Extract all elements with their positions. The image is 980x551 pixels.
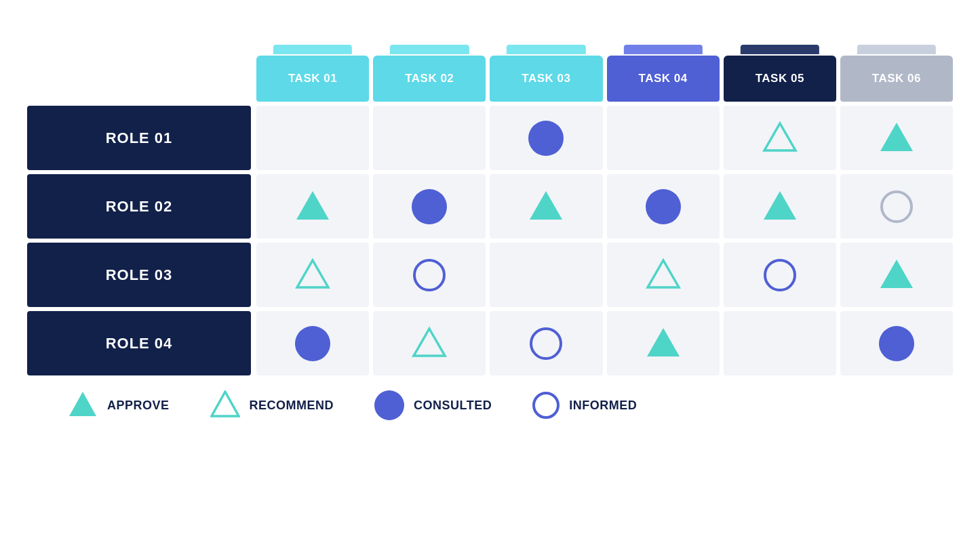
matrix-cell: [490, 106, 602, 170]
matrix-cell: [490, 174, 602, 239]
svg-marker-0: [764, 123, 796, 150]
task-header-fold: [741, 45, 819, 54]
informed-symbol: [413, 259, 446, 291]
matrix-cell: [607, 106, 720, 170]
svg-marker-11: [212, 392, 239, 416]
role-label: ROLE 01: [106, 129, 173, 147]
approve-symbol: [879, 258, 914, 292]
recommend-legend-icon: [210, 390, 240, 420]
task-header-task-03: TASK 03: [490, 45, 602, 102]
task-header-fold: [507, 45, 585, 54]
task-label: TASK 05: [756, 72, 804, 85]
matrix-cell: [724, 311, 836, 375]
task-label: TASK 04: [639, 72, 688, 85]
matrix-cell: [256, 106, 369, 170]
matrix-cell: [724, 243, 836, 307]
grid-row-3: [256, 243, 953, 307]
legend-label-consulted: CONSULTED: [414, 399, 492, 413]
svg-marker-2: [296, 191, 329, 220]
consulted-symbol: [646, 189, 681, 224]
approve-symbol: [646, 327, 681, 361]
recommend-symbol: [412, 327, 447, 361]
grid-row-2: [256, 174, 953, 239]
approve-legend-icon: [68, 390, 98, 420]
role-label: ROLE 03: [106, 266, 173, 284]
matrix-cell: [840, 106, 953, 170]
task-header-body: TASK 04: [607, 56, 720, 102]
svg-marker-10: [69, 392, 96, 416]
approve-symbol: [295, 190, 330, 224]
legend-item-consulted: CONSULTED: [374, 390, 492, 420]
task-header-fold: [857, 45, 936, 54]
recommend-symbol: [295, 258, 330, 292]
matrix-cell: [373, 174, 486, 239]
informed-symbol: [530, 327, 562, 360]
matrix-cell: [373, 243, 486, 307]
matrix-cell: [256, 311, 369, 375]
task-header-task-01: TASK 01: [256, 45, 369, 102]
matrix-cell: [490, 311, 602, 375]
svg-marker-5: [297, 260, 328, 287]
matrix-container: ROLE 01ROLE 02ROLE 03ROLE 04 TASK 01TASK…: [27, 45, 953, 375]
approve-symbol: [528, 190, 564, 224]
role-cell-role-02: ROLE 02: [27, 174, 251, 239]
legend-item-recommend: RECOMMEND: [210, 390, 334, 420]
svg-marker-7: [880, 260, 913, 288]
matrix-cell: [256, 174, 369, 239]
task-header-body: TASK 02: [373, 56, 486, 102]
roles-column: ROLE 01ROLE 02ROLE 03ROLE 04: [27, 106, 251, 375]
task-header-task-05: TASK 05: [724, 45, 836, 102]
svg-marker-3: [530, 191, 562, 220]
informed-gray-symbol: [880, 190, 913, 223]
matrix-cell: [607, 311, 720, 375]
task-header-task-06: TASK 06: [840, 45, 953, 102]
consulted-symbol: [412, 189, 447, 224]
task-header-task-02: TASK 02: [373, 45, 486, 102]
legend-label-approve: APPROVE: [107, 399, 170, 413]
task-header-task-04: TASK 04: [607, 45, 720, 102]
task-headers: TASK 01TASK 02TASK 03TASK 04TASK 05TASK …: [256, 45, 953, 102]
task-label: TASK 06: [872, 72, 921, 85]
role-cell-role-01: ROLE 01: [27, 106, 251, 170]
matrix-cell: [724, 174, 836, 239]
grid-row-4: [256, 311, 953, 375]
legend-item-informed: INFORMED: [532, 392, 637, 419]
svg-marker-8: [414, 329, 445, 356]
role-label: ROLE 02: [106, 198, 173, 216]
task-label: TASK 02: [405, 72, 454, 85]
grid-rows: [256, 106, 953, 375]
legend-label-recommend: RECOMMEND: [250, 399, 334, 413]
tasks-grid: TASK 01TASK 02TASK 03TASK 04TASK 05TASK …: [256, 45, 953, 375]
consulted-symbol: [528, 121, 564, 156]
role-cell-role-03: ROLE 03: [27, 243, 251, 307]
task-header-fold: [273, 45, 352, 54]
grid-row-1: [256, 106, 953, 170]
informed-legend-icon: [532, 392, 560, 419]
task-header-body: TASK 03: [490, 56, 602, 102]
matrix-cell: [490, 243, 602, 307]
matrix-cell: [724, 106, 836, 170]
task-label: TASK 03: [522, 72, 570, 85]
consulted-legend-icon: [374, 390, 404, 420]
matrix-cell: [373, 106, 486, 170]
task-header-body: TASK 05: [724, 56, 836, 102]
task-header-body: TASK 06: [840, 56, 953, 102]
legend: APPROVERECOMMENDCONSULTEDINFORMED: [27, 390, 953, 420]
informed-symbol: [764, 259, 796, 291]
task-header-body: TASK 01: [256, 56, 369, 102]
approve-symbol: [762, 190, 798, 224]
matrix-cell: [840, 311, 953, 375]
consulted-symbol: [295, 326, 330, 361]
svg-marker-6: [648, 260, 679, 287]
matrix-cell: [373, 311, 486, 375]
legend-label-informed: INFORMED: [569, 399, 637, 413]
task-header-fold: [623, 45, 702, 54]
svg-marker-1: [880, 123, 913, 151]
matrix-cell: [607, 174, 720, 239]
role-cell-role-04: ROLE 04: [27, 311, 251, 375]
task-header-fold: [390, 45, 469, 54]
consulted-symbol: [879, 326, 914, 361]
matrix-cell: [607, 243, 720, 307]
svg-marker-4: [764, 191, 796, 220]
approve-symbol: [879, 121, 914, 155]
